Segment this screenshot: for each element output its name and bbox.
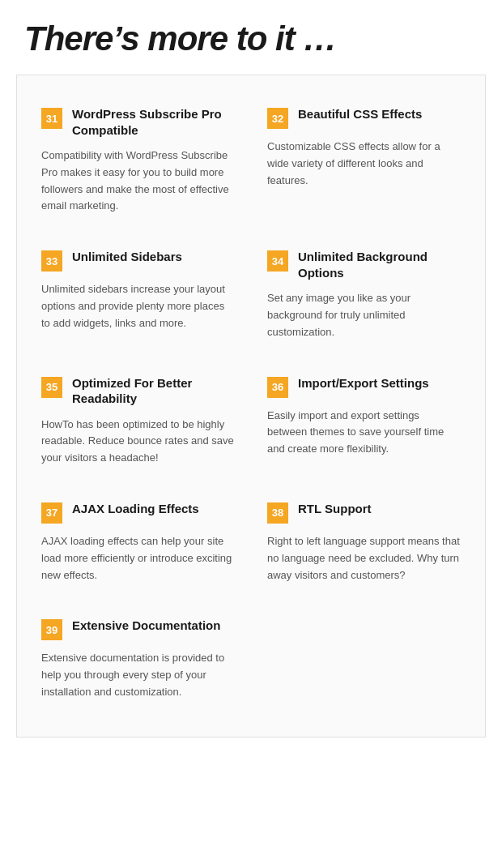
feature-number-34: 34: [267, 250, 288, 272]
feature-header-34: 34 Unlimited Background Options: [267, 249, 461, 280]
feature-header-35: 35 Optimized For Better Readability: [41, 375, 235, 407]
feature-header-37: 37 AJAX Loading Effects: [41, 501, 235, 524]
feature-number-31: 31: [41, 108, 62, 129]
feature-header-38: 38 RTL Support: [267, 501, 461, 524]
page-wrapper: There’s more to it … 31 WordPress Subscr…: [0, 0, 502, 868]
feature-description-39: Extensive documentation is provided to h…: [41, 650, 235, 700]
feature-item-37: 37 AJAX Loading Effects AJAX loading eff…: [25, 486, 251, 603]
feature-header-39: 39 Extensive Documentation: [41, 618, 235, 640]
feature-item-33: 33 Unlimited Sidebars Unlimited sidebars…: [25, 234, 251, 360]
feature-item-39: 39 Extensive Documentation Extensive doc…: [25, 603, 251, 720]
feature-item-31: 31 WordPress Subscribe Pro Compatible Co…: [25, 92, 251, 234]
feature-title-35: Optimized For Better Readability: [72, 375, 235, 407]
feature-title-39: Extensive Documentation: [72, 618, 220, 634]
feature-description-37: AJAX loading effects can help your site …: [41, 533, 235, 584]
feature-number-38: 38: [267, 502, 288, 524]
feature-header-33: 33 Unlimited Sidebars: [41, 249, 235, 272]
feature-number-39: 39: [41, 619, 62, 640]
feature-description-34: Set any image you like as your backgroun…: [267, 290, 461, 340]
feature-description-35: HowTo has been optimized to be highly re…: [41, 417, 235, 467]
feature-header-32: 32 Beautiful CSS Effects: [267, 106, 461, 129]
feature-description-32: Customizable CSS effects allow for a wid…: [267, 139, 461, 189]
feature-title-33: Unlimited Sidebars: [72, 249, 182, 265]
features-container: 31 WordPress Subscribe Pro Compatible Co…: [16, 75, 486, 738]
feature-title-34: Unlimited Background Options: [298, 249, 461, 280]
feature-number-37: 37: [41, 502, 62, 524]
feature-title-36: Import/Export Settings: [298, 375, 429, 391]
page-title: There’s more to it …: [0, 0, 502, 75]
feature-item-32: 32 Beautiful CSS Effects Customizable CS…: [251, 92, 477, 234]
feature-number-33: 33: [41, 250, 62, 272]
feature-title-37: AJAX Loading Effects: [72, 501, 199, 517]
feature-item-35: 35 Optimized For Better Readability HowT…: [25, 361, 251, 486]
feature-item-34: 34 Unlimited Background Options Set any …: [251, 234, 477, 360]
feature-item-38: 38 RTL Support Right to left language su…: [251, 486, 477, 603]
feature-number-36: 36: [267, 377, 288, 398]
feature-header-36: 36 Import/Export Settings: [267, 375, 461, 398]
feature-item-36: 36 Import/Export Settings Easily import …: [251, 361, 477, 486]
feature-title-38: RTL Support: [298, 501, 372, 517]
features-grid: 31 WordPress Subscribe Pro Compatible Co…: [25, 92, 477, 720]
feature-description-31: Compatibility with WordPress Subscribe P…: [41, 148, 235, 215]
feature-number-35: 35: [41, 377, 62, 398]
feature-title-31: WordPress Subscribe Pro Compatible: [72, 106, 235, 138]
feature-number-32: 32: [267, 108, 288, 129]
feature-description-33: Unlimited sidebars increase your layout …: [41, 281, 235, 331]
feature-title-32: Beautiful CSS Effects: [298, 106, 422, 122]
feature-description-36: Easily import and export settings betwee…: [267, 408, 461, 458]
feature-header-31: 31 WordPress Subscribe Pro Compatible: [41, 106, 235, 138]
feature-description-38: Right to left language support means tha…: [267, 533, 461, 584]
